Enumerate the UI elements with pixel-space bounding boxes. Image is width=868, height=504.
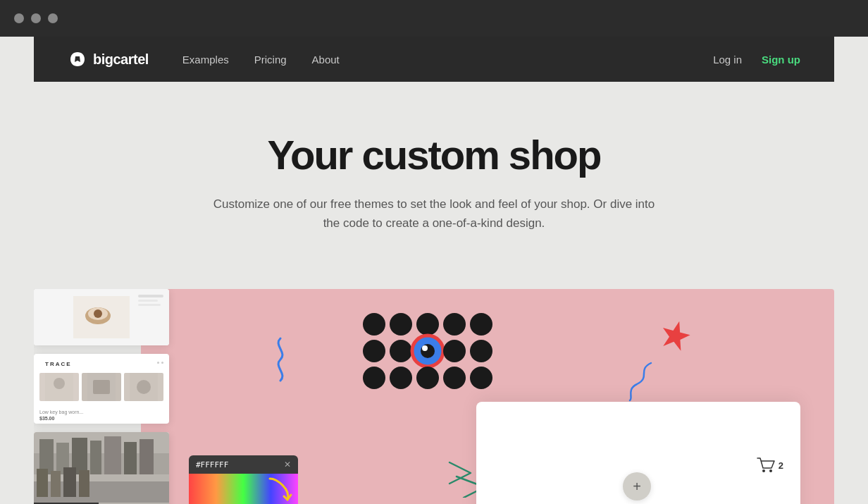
svg-rect-7 <box>93 380 110 394</box>
shelf-preview: Steadfast Style <box>34 432 169 504</box>
svg-point-43 <box>769 469 772 472</box>
signup-link[interactable]: Sign up <box>762 54 800 66</box>
add-button[interactable]: + <box>623 472 651 500</box>
cart-count: 2 <box>779 460 783 471</box>
svg-rect-16 <box>90 441 101 474</box>
hero-subtitle: Customize one of our free themes to set … <box>209 195 659 233</box>
svg-rect-18 <box>124 442 137 474</box>
login-link[interactable]: Log in <box>713 54 742 66</box>
logo[interactable]: bigcartel <box>68 49 149 69</box>
svg-point-25 <box>390 313 412 336</box>
color-hex-value: #FFFFFF <box>196 460 228 469</box>
logo-text: bigcartel <box>93 51 149 68</box>
product-image-1 <box>73 296 130 338</box>
store-name-label: TRACE <box>39 358 78 367</box>
svg-rect-19 <box>140 439 154 474</box>
svg-point-5 <box>54 378 65 389</box>
main-nav: Examples Pricing About <box>182 54 713 66</box>
svg-rect-22 <box>63 467 76 497</box>
add-icon: + <box>633 479 641 495</box>
logo-icon <box>68 49 87 69</box>
navbar: bigcartel Examples Pricing About Log in … <box>34 37 834 82</box>
preview-sidebar: TRACE <box>34 289 169 504</box>
color-picker-header: #FFFFFF ✕ <box>189 455 298 474</box>
svg-point-39 <box>416 367 439 389</box>
nav-pricing[interactable]: Pricing <box>254 54 287 66</box>
yellow-arrow <box>266 475 294 504</box>
svg-rect-21 <box>51 471 61 497</box>
cart-icon <box>756 455 776 475</box>
svg-point-41 <box>470 367 492 389</box>
svg-point-40 <box>443 367 466 389</box>
center-artwork <box>360 310 508 402</box>
hero-section: Your custom shop Customize one of our fr… <box>0 82 868 266</box>
hero-title: Your custom shop <box>34 133 834 178</box>
svg-point-29 <box>363 340 385 362</box>
cart-icon-area: 2 <box>756 455 783 475</box>
svg-point-34 <box>422 345 428 351</box>
nav-about[interactable]: About <box>312 54 340 66</box>
svg-point-33 <box>421 344 435 358</box>
svg-point-36 <box>470 340 492 362</box>
svg-point-24 <box>363 313 385 336</box>
svg-point-37 <box>363 367 385 389</box>
content-area: TRACE <box>34 289 834 504</box>
shelf-image <box>34 432 169 504</box>
color-picker-close[interactable]: ✕ <box>284 460 291 469</box>
browser-chrome <box>0 0 868 37</box>
svg-point-3 <box>94 309 102 318</box>
browser-dot-green <box>48 13 58 23</box>
svg-point-35 <box>443 340 466 362</box>
preview-card-2: TRACE <box>34 354 169 424</box>
doodle-squiggle-blue2 <box>623 359 658 405</box>
preview-card-1 <box>34 289 169 345</box>
pattern-svg <box>360 310 508 402</box>
preview-card-top-1 <box>34 289 169 345</box>
svg-point-42 <box>762 469 765 472</box>
doodle-star-red <box>658 317 693 355</box>
browser-dot-red <box>14 13 24 23</box>
svg-point-38 <box>390 367 412 389</box>
navbar-actions: Log in Sign up <box>713 54 800 66</box>
preview-card-3: Steadfast Style <box>34 432 169 504</box>
svg-rect-17 <box>104 436 121 474</box>
nav-examples[interactable]: Examples <box>182 54 229 66</box>
svg-point-27 <box>443 313 466 336</box>
svg-rect-23 <box>79 470 89 497</box>
doodle-squiggle-blue <box>259 331 309 391</box>
browser-dot-yellow <box>31 13 41 23</box>
svg-point-26 <box>416 313 439 336</box>
product-list <box>34 367 169 407</box>
svg-point-9 <box>137 380 151 394</box>
svg-rect-20 <box>37 469 48 497</box>
browser-frame: bigcartel Examples Pricing About Log in … <box>0 37 868 504</box>
svg-point-28 <box>470 313 492 336</box>
svg-point-30 <box>390 340 412 362</box>
